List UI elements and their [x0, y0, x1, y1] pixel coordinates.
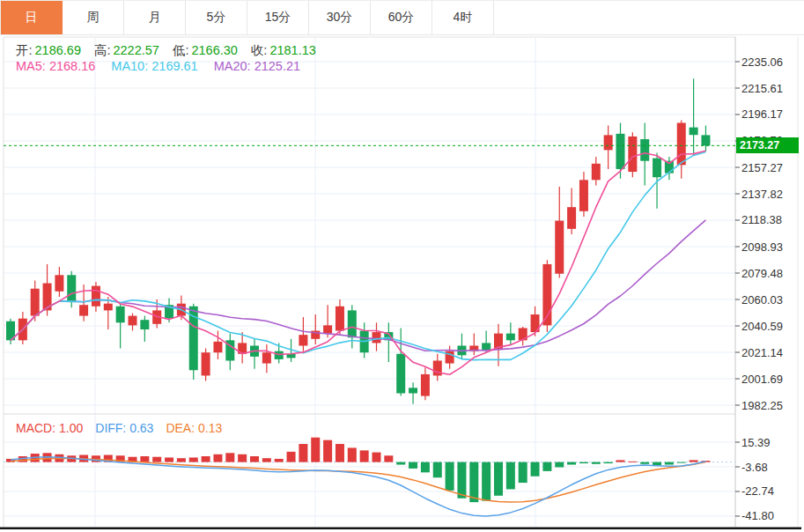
candle-body: [79, 305, 88, 315]
price-axis-tick: 2021.14: [741, 346, 783, 359]
macd-axis-tick: -3.68: [741, 461, 768, 474]
tab-5min[interactable]: 5分: [186, 1, 247, 34]
candle-body: [701, 135, 710, 145]
macd-bar: [202, 456, 210, 462]
ma10-value: 2169.61: [151, 59, 197, 73]
macd-bar: [457, 462, 466, 499]
candle-body: [592, 164, 601, 181]
price-axis-tick: 1982.25: [741, 399, 783, 412]
ma5-readout: MA5: 2168.16: [16, 59, 95, 73]
price-axis-tick: 2118.38: [741, 213, 782, 226]
macd-bar: [189, 457, 198, 462]
close-label: 收:: [251, 43, 268, 57]
candle-body: [323, 325, 332, 333]
ohlc-header: 开:2186.69 高:2222.57 低:2166.30 收:2181.13: [16, 42, 316, 59]
candle-body: [129, 316, 137, 326]
price-axis-tick: 2079.48: [741, 267, 783, 280]
candle-body: [372, 332, 381, 343]
ma5-label: MA5:: [16, 59, 46, 73]
macd-bar: [409, 462, 417, 469]
macd-bar: [250, 456, 259, 462]
macd-bar: [165, 457, 173, 462]
macd-readout: MACD: 1.00: [16, 421, 83, 435]
macd-bar: [421, 462, 430, 473]
tab-60min[interactable]: 60分: [371, 1, 432, 34]
macd-bar: [262, 458, 271, 462]
macd-bar: [372, 453, 381, 462]
kline-chart-widget: 日周月5分15分30分60分4时 2235.062215.612196.1721…: [0, 0, 804, 532]
diff-readout: DIFF: 0.63: [95, 421, 153, 435]
dea-label: DEA:: [166, 421, 195, 435]
candle-body: [690, 128, 698, 136]
macd-bar: [519, 462, 527, 483]
macd-bar: [152, 457, 161, 462]
macd-bar: [506, 462, 515, 490]
low-label: 低:: [173, 43, 189, 57]
high-label: 高:: [94, 43, 111, 57]
ma20-readout: MA20: 2125.21: [214, 59, 300, 73]
high-readout: 高:2222.57: [94, 42, 159, 59]
tab-day[interactable]: 日: [1, 1, 63, 34]
low-value: 2166.30: [191, 43, 237, 57]
price-axis-tick: 2040.59: [741, 320, 783, 333]
candle-body: [55, 275, 63, 292]
tab-month[interactable]: 月: [124, 1, 186, 34]
ma10-label: MA10:: [111, 59, 148, 73]
ma20-line: [11, 220, 705, 351]
macd-bar: [567, 462, 576, 465]
price-axis-tick: 2098.93: [741, 240, 783, 254]
dea-line: [11, 458, 705, 502]
period-tabbar: 日周月5分15分30分60分4时: [0, 0, 804, 35]
candle-body: [275, 351, 284, 359]
candle-body: [31, 289, 40, 316]
chart-container: 2235.062215.612196.172176.722157.272137.…: [0, 35, 804, 532]
macd-bar: [494, 462, 503, 496]
macd-bar: [238, 454, 247, 462]
candle-body: [336, 307, 344, 331]
price-axis-tick: 2235.06: [741, 55, 783, 69]
candle-body: [567, 207, 576, 229]
ma-header: MA5: 2168.16 MA10: 2169.61 MA20: 2125.21: [16, 59, 300, 73]
ma5-value: 2168.16: [49, 59, 95, 73]
open-label: 开:: [16, 43, 33, 57]
dea-value: 0.13: [198, 421, 222, 435]
macd-bar: [446, 462, 454, 491]
tab-week[interactable]: 周: [63, 1, 124, 34]
macd-axis-tick: -22.74: [741, 484, 774, 498]
close-readout: 收:2181.13: [251, 42, 316, 59]
chart-canvas: 2235.062215.612196.172176.722157.272137.…: [0, 35, 804, 532]
macd-bar: [396, 462, 405, 465]
macd-bar: [348, 447, 357, 462]
candle-body: [579, 180, 588, 211]
candle-body: [409, 388, 417, 393]
macd-bar: [531, 462, 540, 477]
macd-bar: [665, 462, 674, 465]
macd-bar: [177, 458, 186, 462]
candle-body: [116, 307, 125, 323]
macd-bar: [287, 452, 296, 462]
candle-body: [640, 139, 649, 161]
last-price-badge: 2173.27: [736, 137, 799, 153]
tab-15min[interactable]: 15分: [247, 1, 309, 34]
dea-readout: DEA: 0.13: [166, 421, 222, 435]
macd-bar: [213, 454, 222, 462]
macd-bar: [482, 462, 491, 501]
high-value: 2222.57: [113, 43, 159, 57]
candle-body: [677, 123, 686, 166]
candle-body: [213, 342, 222, 352]
candle-body: [262, 352, 271, 363]
candle-body: [348, 310, 357, 337]
open-value: 2186.69: [35, 43, 81, 57]
candle-body: [299, 335, 307, 345]
macd-bar: [311, 438, 320, 462]
price-axis-tick: 2001.69: [741, 373, 783, 386]
macd-bar: [616, 460, 625, 462]
macd-axis-tick: 15.39: [741, 436, 771, 449]
macd-bar: [336, 444, 344, 462]
price-axis-tick: 2157.27: [741, 161, 783, 174]
diff-value: 0.63: [129, 421, 153, 435]
tab-30min[interactable]: 30分: [309, 1, 371, 34]
tab-4hour[interactable]: 4时: [432, 1, 494, 34]
candle-body: [628, 137, 637, 172]
candle-body: [616, 134, 625, 169]
